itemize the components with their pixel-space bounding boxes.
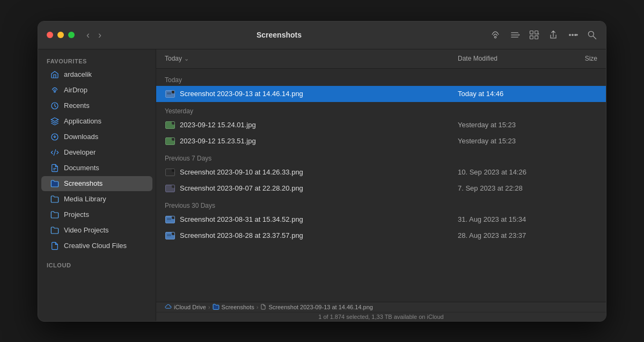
svg-point-0 [494,37,496,38]
main-content: Favourites ardacelik [38,49,606,321]
airdrop-toolbar-icon[interactable] [490,30,501,40]
svg-rect-4 [530,31,533,34]
file-row-png-1[interactable]: Screenshot 2023-09-10 at 14.26.33.png 10… [156,164,606,180]
breadcrumb-screenshots-label: Screenshots [222,304,254,310]
grid-view-icon[interactable] [529,30,539,40]
status-text: 1 of 1.874 selected, 1,33 TB available o… [318,314,443,320]
breadcrumb-file[interactable]: Screenshot 2023-09-13 at 14.46.14.png [260,304,372,310]
file-date: Yesterday at 15:23 [458,121,565,129]
file-row-png-3[interactable]: Screenshot 2023-08-31 at 15.34.52.png 31… [156,212,606,228]
svg-rect-7 [535,36,538,39]
search-icon[interactable] [587,30,597,40]
close-button[interactable] [47,32,53,38]
svg-rect-6 [530,36,533,39]
sidebar-item-screenshots[interactable]: Screenshots [41,176,152,191]
group-7days: Previous 7 Days [156,149,606,164]
airdrop-icon [50,85,60,95]
group-today: Today [156,71,606,86]
sidebar-item-airdrop[interactable]: AirDrop [41,83,152,98]
file-row-jpg-1[interactable]: 2023-09-12 15.24.01.jpg Yesterday at 15:… [156,117,606,133]
col-size-header[interactable]: Size [565,55,597,62]
breadcrumb-screenshots[interactable]: Screenshots [213,303,254,310]
sidebar-item-video-projects[interactable]: Video Projects [41,223,152,238]
file-name: Screenshot 2023-08-31 at 15.34.52.png [180,215,458,223]
sidebar-item-label: ardacelik [64,70,92,78]
svg-rect-5 [535,31,538,34]
sidebar-item-label: AirDrop [64,86,87,94]
col-chevron: ⌄ [184,55,189,62]
downloads-icon [50,132,60,142]
breadcrumb-icloud[interactable]: iCloud Drive [165,303,206,310]
forward-button[interactable]: › [95,28,105,42]
list-svg-icon [509,30,520,40]
svg-point-8 [569,34,571,36]
svg-point-10 [575,34,576,36]
folder-icon [50,179,60,188]
sidebar-item-label: Downloads [64,133,98,141]
file-row-png-2[interactable]: Screenshot 2023-09-07 at 22.28.20.png 7.… [156,180,606,197]
file-row-png-4[interactable]: Screenshot 2023-08-28 at 23.37.57.png 28… [156,228,606,244]
grid-svg-icon [529,30,539,40]
sidebar-item-recents[interactable]: Recents [41,98,152,113]
back-button[interactable]: ‹ [83,28,93,42]
sidebar-item-downloads[interactable]: Downloads [41,129,152,144]
jpg-icon-1 [165,120,175,130]
toolbar [490,30,597,40]
home-icon [50,70,60,79]
folder-breadcrumb-icon [213,303,219,310]
sidebar-item-creative-cloud[interactable]: Creative Cloud Files [41,238,152,253]
svg-point-9 [572,34,574,36]
svg-point-14 [54,91,56,92]
search-svg-icon [587,30,597,40]
png-icon-4 [165,230,175,241]
nav-buttons: ‹ › [83,28,105,42]
sidebar-item-label: Screenshots [64,179,103,187]
sidebar-item-ardacelik[interactable]: ardacelik [41,67,152,82]
file-date: 28. Aug 2023 at 23:37 [458,231,565,239]
file-date: 7. Sep 2023 at 22:28 [458,184,565,192]
svg-point-12 [588,31,594,37]
finder-window: ‹ › Screenshots [38,21,606,322]
sidebar-item-developer[interactable]: Developer [41,145,152,160]
sidebar-item-label: Developer [64,148,96,156]
png-icon-3 [165,214,175,225]
sidebar-item-projects[interactable]: Projects [41,207,152,222]
traffic-lights [47,32,75,38]
sidebar-item-documents[interactable]: Documents [41,161,152,176]
creative-cloud-icon [50,241,60,251]
file-row-screenshot-1[interactable]: Screenshot 2023-09-13 at 14.46.14.png To… [156,86,606,102]
sidebar: Favourites ardacelik [38,49,156,321]
breadcrumb: iCloud Drive › Screenshots › [156,302,606,312]
file-name: Screenshot 2023-09-07 at 22.28.20.png [180,184,458,192]
col-name-header[interactable]: Today ⌄ [165,55,458,62]
sidebar-item-applications[interactable]: Applications [41,114,152,129]
file-pane: Today ⌄ Date Modified Size Today [156,49,606,321]
file-name: 2023-09-12 15.23.51.jpg [180,137,458,145]
file-date: Yesterday at 15:23 [458,137,565,145]
sidebar-item-label: Documents [64,164,99,172]
breadcrumb-sep-1: › [208,304,210,310]
file-date: 31. Aug 2023 at 15:34 [458,215,565,223]
recents-icon [50,101,60,111]
group-30days: Previous 30 Days [156,197,606,212]
more-options-icon[interactable] [567,30,578,40]
fullscreen-button[interactable] [68,32,75,38]
share-svg-icon [548,30,559,40]
media-library-icon [50,194,60,204]
ellipsis-svg-icon [567,30,578,40]
minimize-button[interactable] [57,32,64,38]
share-icon[interactable] [548,30,559,40]
file-row-jpg-2[interactable]: 2023-09-12 15.23.51.jpg Yesterday at 15:… [156,133,606,149]
sidebar-item-label: Creative Cloud Files [64,242,127,250]
svg-line-13 [594,37,596,39]
airdrop-svg-icon [490,30,501,40]
file-name: Screenshot 2023-09-10 at 14.26.33.png [180,168,458,176]
icloud-breadcrumb-icon [165,303,172,310]
png-icon-2 [165,183,175,194]
col-date-header[interactable]: Date Modified [458,55,565,62]
file-header: Today ⌄ Date Modified Size [156,49,606,69]
sidebar-item-label: Projects [64,210,89,219]
list-view-icon[interactable] [509,30,520,40]
breadcrumb-sep-2: › [257,304,259,310]
sidebar-item-media-library[interactable]: Media Library [41,192,152,207]
